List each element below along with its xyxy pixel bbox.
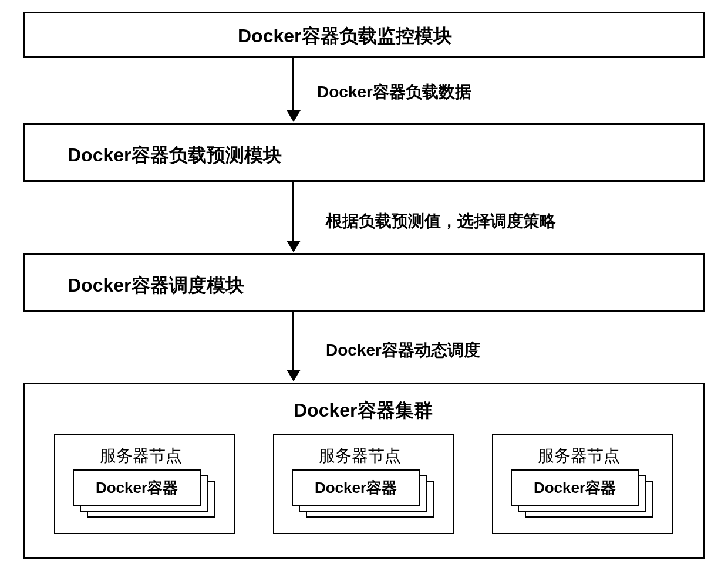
node3-container-label: Docker容器 bbox=[534, 478, 616, 498]
arrow-1-head bbox=[287, 110, 301, 122]
server-node-3-title: 服务器节点 bbox=[538, 445, 620, 467]
arrow-3-head bbox=[287, 370, 301, 381]
arrow-3-label: Docker容器动态调度 bbox=[326, 339, 480, 361]
arrow-2-label: 根据负载预测值，选择调度策略 bbox=[326, 210, 556, 232]
server-node-2-title: 服务器节点 bbox=[319, 445, 401, 467]
node2-stack-front: Docker容器 bbox=[292, 469, 420, 506]
arrow-2-head bbox=[287, 241, 301, 252]
arrow-1-label: Docker容器负载数据 bbox=[317, 81, 471, 103]
server-node-1-title: 服务器节点 bbox=[100, 445, 182, 467]
label-schedule: Docker容器调度模块 bbox=[68, 273, 244, 299]
arrow-3-line bbox=[292, 312, 294, 371]
label-predict: Docker容器负载预测模块 bbox=[68, 143, 282, 168]
node1-stack-front: Docker容器 bbox=[73, 469, 201, 506]
node3-stack-front: Docker容器 bbox=[511, 469, 639, 506]
label-cluster-title: Docker容器集群 bbox=[294, 398, 433, 424]
label-monitor: Docker容器负载监控模块 bbox=[238, 23, 452, 49]
arrow-2-line bbox=[292, 182, 294, 242]
diagram-canvas: Docker容器负载监控模块 Docker容器负载数据 Docker容器负载预测… bbox=[0, 0, 728, 578]
node1-container-label: Docker容器 bbox=[96, 478, 178, 498]
arrow-1-line bbox=[292, 58, 294, 111]
node2-container-label: Docker容器 bbox=[315, 478, 397, 498]
